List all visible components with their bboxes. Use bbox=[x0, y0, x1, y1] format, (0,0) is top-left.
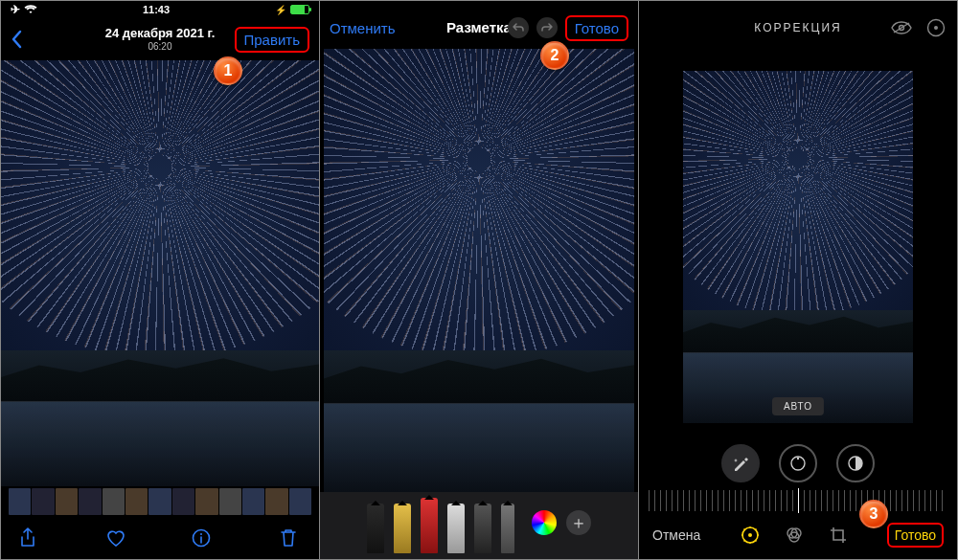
edit-bottom-bar: Отмена Готово bbox=[639, 511, 957, 559]
svg-point-4 bbox=[934, 26, 938, 30]
back-button[interactable] bbox=[1, 18, 32, 60]
cancel-button[interactable]: Отмена bbox=[652, 527, 700, 543]
airplane-mode-icon: ✈︎ bbox=[11, 3, 20, 16]
share-icon[interactable] bbox=[18, 527, 41, 549]
screen-adjust: КОРРЕКЦИЯ АВТО Отм bbox=[639, 0, 958, 560]
step-badge-3: 3 bbox=[859, 500, 888, 528]
adjust-dial-row bbox=[639, 437, 957, 490]
battery-icon bbox=[290, 5, 309, 14]
edit-button[interactable]: Править bbox=[235, 27, 310, 53]
done-button[interactable]: Готово bbox=[887, 523, 944, 548]
adjust-slider[interactable] bbox=[649, 490, 947, 511]
filters-tab-icon[interactable] bbox=[785, 526, 804, 545]
undo-icon[interactable] bbox=[508, 17, 529, 38]
auto-magic-icon[interactable] bbox=[721, 444, 760, 482]
svg-point-6 bbox=[797, 458, 799, 459]
delete-icon[interactable] bbox=[279, 527, 302, 549]
screen-photo-view: ✈︎ 11:43 ⚡ 24 декабря 2021 г. 06:20 Прав… bbox=[0, 0, 320, 560]
ruler-tool[interactable] bbox=[501, 504, 514, 553]
favorite-icon[interactable] bbox=[105, 528, 128, 548]
wifi-icon bbox=[24, 5, 37, 14]
svg-point-9 bbox=[748, 533, 752, 537]
status-bar: ✈︎ 11:43 ⚡ bbox=[1, 1, 319, 18]
step-badge-1: 1 bbox=[214, 56, 242, 85]
screen-markup: Отменить Разметка Готово ＋ 2 bbox=[320, 0, 639, 560]
thumbnail-scrubber[interactable] bbox=[1, 486, 319, 517]
pen-tool[interactable] bbox=[367, 504, 384, 553]
markup-nav-bar: Отменить Разметка Готово bbox=[320, 7, 638, 49]
crop-tab-icon[interactable] bbox=[829, 526, 848, 545]
adjust-nav-bar: КОРРЕКЦИЯ bbox=[639, 7, 957, 49]
auto-enhance-button[interactable]: АВТО bbox=[772, 397, 824, 415]
photo-action-bar bbox=[1, 517, 319, 559]
eraser-tool[interactable] bbox=[447, 504, 465, 553]
markup-tool-tray: ＋ bbox=[320, 492, 638, 559]
adjust-tab-icon[interactable] bbox=[741, 526, 760, 545]
clock: 11:43 bbox=[143, 4, 170, 15]
brilliance-dial-icon[interactable] bbox=[836, 444, 875, 482]
add-shape-button[interactable]: ＋ bbox=[566, 510, 591, 535]
step-badge-2: 2 bbox=[540, 41, 569, 70]
redo-icon[interactable] bbox=[536, 17, 558, 38]
adjust-title: КОРРЕКЦИЯ bbox=[754, 21, 841, 34]
adjust-preview[interactable]: АВТО bbox=[683, 71, 913, 423]
info-icon[interactable] bbox=[192, 528, 215, 548]
adjust-photo-area: АВТО bbox=[639, 49, 957, 437]
charging-icon: ⚡ bbox=[275, 5, 286, 15]
cancel-button[interactable]: Отменить bbox=[320, 7, 405, 49]
photo-date-title: 24 декабря 2021 г. 06:20 bbox=[105, 26, 216, 53]
lasso-tool[interactable] bbox=[474, 504, 491, 553]
pencil-tool[interactable] bbox=[421, 498, 438, 553]
exposure-dial-icon[interactable] bbox=[779, 444, 817, 482]
markup-canvas[interactable] bbox=[324, 49, 634, 492]
color-picker-icon[interactable] bbox=[532, 510, 557, 535]
photo-preview[interactable] bbox=[1, 60, 319, 486]
more-options-icon[interactable] bbox=[924, 16, 947, 39]
svg-point-1 bbox=[200, 533, 202, 535]
nav-bar: 24 декабря 2021 г. 06:20 Править bbox=[1, 18, 319, 60]
marker-tool[interactable] bbox=[394, 504, 411, 553]
done-button[interactable]: Готово bbox=[565, 15, 628, 41]
compare-icon[interactable] bbox=[890, 16, 913, 39]
